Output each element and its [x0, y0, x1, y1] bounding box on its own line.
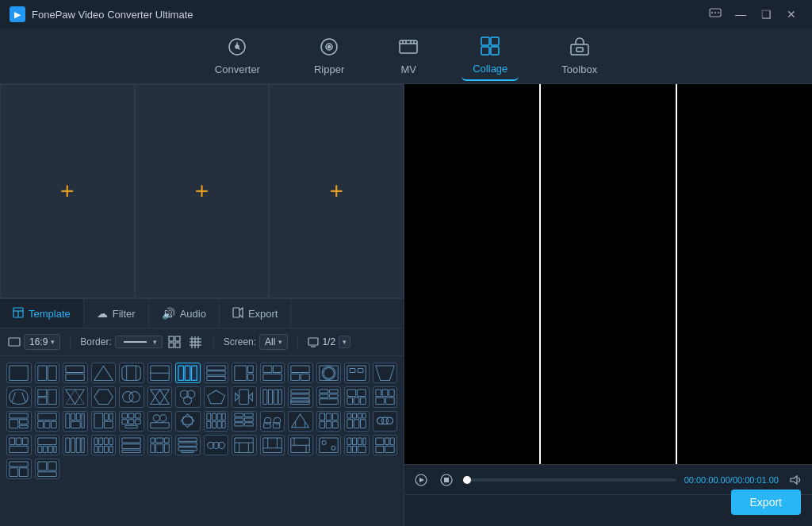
template-item-49[interactable]	[175, 435, 201, 455]
template-item-28[interactable]	[373, 386, 398, 407]
svg-rect-121	[122, 413, 128, 418]
tab-filter[interactable]: ☁ Filter	[84, 299, 149, 328]
template-item-10[interactable]	[260, 363, 285, 383]
template-item-5[interactable]	[119, 363, 144, 383]
template-item-40[interactable]	[316, 411, 342, 432]
maximize-btn[interactable]: ❑	[755, 3, 777, 25]
svg-rect-126	[136, 420, 141, 424]
tab-audio[interactable]: 🔊 Audio	[149, 299, 220, 328]
volume-btn[interactable]	[787, 471, 804, 489]
template-item-4[interactable]	[91, 363, 117, 383]
progress-bar[interactable]	[463, 478, 676, 482]
template-item-14[interactable]	[373, 363, 398, 383]
template-item-25[interactable]	[288, 386, 313, 407]
nav-mv[interactable]: MV	[387, 32, 430, 80]
template-item-3[interactable]	[63, 363, 88, 383]
template-item-42[interactable]	[373, 411, 398, 432]
template-item-12[interactable]	[316, 363, 342, 383]
grid-pattern-icon[interactable]	[166, 333, 183, 351]
template-item-26[interactable]	[316, 386, 342, 407]
tab-export[interactable]: Export	[220, 299, 292, 328]
ratio-select[interactable]: 16:9 ▾	[24, 334, 60, 350]
template-item-11[interactable]	[288, 363, 313, 383]
template-item-34[interactable]	[147, 411, 173, 432]
template-item-16[interactable]	[35, 386, 60, 407]
audio-tab-icon: 🔊	[162, 307, 175, 320]
toolbox-icon	[569, 36, 590, 60]
template-item-27[interactable]	[344, 386, 370, 407]
nav-ripper[interactable]: Ripper	[303, 32, 355, 80]
template-item-24[interactable]	[260, 386, 285, 407]
template-item-47[interactable]	[119, 435, 144, 455]
video-slot-2[interactable]: +	[135, 84, 270, 298]
play-btn[interactable]	[412, 471, 430, 489]
template-item-33[interactable]	[119, 411, 144, 432]
template-item-52[interactable]	[260, 435, 285, 455]
minimize-btn[interactable]: —	[730, 3, 752, 25]
screen-select[interactable]: All ▾	[259, 334, 288, 350]
template-item-8[interactable]	[204, 363, 229, 383]
template-item-7[interactable]	[175, 363, 201, 383]
template-tab-icon	[13, 307, 24, 321]
svg-point-72	[123, 392, 133, 402]
template-item-30[interactable]	[35, 411, 60, 432]
svg-rect-161	[358, 413, 362, 418]
template-item-54[interactable]	[316, 435, 342, 455]
template-item-32[interactable]	[91, 411, 117, 432]
nav-toolbox[interactable]: Toolbox	[550, 32, 608, 80]
template-item-37[interactable]	[232, 411, 257, 432]
template-item-51[interactable]	[232, 435, 257, 455]
template-item-29[interactable]	[6, 411, 32, 432]
svg-rect-94	[347, 390, 356, 396]
template-item-23[interactable]	[232, 386, 257, 407]
template-item-9[interactable]	[232, 363, 257, 383]
template-item-50[interactable]	[204, 435, 229, 455]
nav-converter[interactable]: Converter	[204, 32, 271, 80]
template-item-55[interactable]	[344, 435, 370, 455]
tab-template[interactable]: Template	[0, 299, 84, 328]
svg-rect-80	[239, 390, 249, 404]
border-select[interactable]: ▾	[115, 336, 163, 348]
video-slot-1[interactable]: +	[0, 84, 135, 298]
template-item-6[interactable]	[147, 363, 173, 383]
template-item-35[interactable]	[175, 411, 201, 432]
template-item-58[interactable]	[35, 459, 60, 479]
template-item-39[interactable]	[288, 411, 313, 432]
hatch-pattern-icon[interactable]	[186, 333, 204, 351]
template-item-56[interactable]	[373, 435, 398, 455]
template-item-15[interactable]	[6, 386, 32, 407]
template-item-41[interactable]	[344, 411, 370, 432]
template-item-46[interactable]	[91, 435, 117, 455]
template-item-13[interactable]	[344, 363, 370, 383]
template-item-22[interactable]	[204, 386, 229, 407]
template-item-1[interactable]	[6, 363, 32, 383]
export-button[interactable]: Export	[731, 490, 801, 515]
template-item-45[interactable]	[63, 435, 88, 455]
template-item-21[interactable]	[175, 386, 201, 407]
template-item-38[interactable]	[260, 411, 285, 432]
template-item-19[interactable]	[119, 386, 144, 407]
nav-collage[interactable]: Collage	[462, 31, 519, 81]
template-item-2[interactable]	[35, 363, 60, 383]
screen-value: All	[265, 336, 275, 347]
template-item-57[interactable]	[6, 459, 32, 479]
template-item-53[interactable]	[288, 435, 313, 455]
template-item-17[interactable]	[63, 386, 88, 407]
stop-btn[interactable]	[438, 471, 455, 489]
svg-rect-183	[94, 438, 98, 444]
close-btn[interactable]: ✕	[780, 3, 802, 25]
template-item-31[interactable]	[63, 411, 88, 432]
template-item-48[interactable]	[147, 435, 173, 455]
template-item-18[interactable]	[91, 386, 117, 407]
video-slot-3[interactable]: +	[269, 84, 404, 298]
svg-rect-182	[82, 438, 84, 452]
svg-point-129	[159, 415, 166, 421]
page-select[interactable]: ▾	[339, 336, 350, 348]
feedback-btn[interactable]	[704, 3, 726, 25]
template-item-36[interactable]	[204, 411, 229, 432]
border-label: Border:	[80, 336, 111, 347]
svg-point-73	[129, 392, 140, 402]
template-item-20[interactable]	[147, 386, 173, 407]
template-item-44[interactable]	[35, 435, 60, 455]
template-item-43[interactable]	[6, 435, 32, 455]
